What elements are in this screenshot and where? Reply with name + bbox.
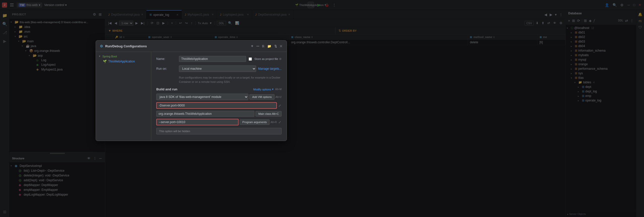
build-run-label: Build and run [156, 87, 177, 91]
modal-folder-button[interactable]: 📁 [267, 44, 272, 49]
modify-options-wrapper: Modify options ▾ Alt+M [253, 88, 282, 91]
modal-sidebar-app-item[interactable]: 🌱 ThisWebApplication [96, 59, 151, 64]
modal-title: Run/Debug Configurations [105, 44, 147, 48]
modal-copy-button[interactable]: ⎘ [261, 44, 265, 49]
modal-form-content: Name: Store as project file ⚙ Run on: Lo… [151, 52, 287, 141]
vm-options-input[interactable] [156, 102, 277, 109]
modal-sidebar-springboot-section[interactable]: Spring Boot [96, 54, 151, 59]
build-run-header: Build and run Modify options ▾ Alt+M [156, 87, 282, 91]
modal-body: Spring Boot 🌱 ThisWebApplication Name: S… [96, 52, 287, 141]
modal-close-button[interactable]: ✕ [279, 44, 283, 49]
vm-options-expand-btn[interactable]: ⤢ [278, 103, 282, 108]
modal-add-button[interactable]: + [250, 43, 254, 49]
modal-header-actions: + ─ ⎘ 📁 ⇅ ✕ [250, 43, 283, 49]
modal-title-wrapper: ⚙ Run/Debug Configurations [100, 44, 147, 48]
form-run-on-wrapper: Local machine Manage targets... [179, 65, 282, 72]
form-run-on-select[interactable]: Local machine [179, 65, 256, 72]
form-row-vm-options: ⤢ [156, 102, 282, 109]
note-text: This option will be hidden [159, 130, 190, 133]
main-class-input[interactable] [156, 111, 254, 117]
note-bar: This option will be hidden [156, 128, 282, 134]
modal-sidebar: Spring Boot 🌱 ThisWebApplication [96, 52, 151, 141]
form-name-label: Name: [156, 57, 176, 61]
program-args-shortcut: Alt+R [271, 121, 277, 124]
run-on-description: Run configurations may be executed local… [156, 76, 282, 84]
program-args-btn-label: Program arguments [242, 121, 267, 124]
jdk-field-wrapper: java 8 SDK of 'tlias-web-management' mod… [156, 94, 282, 100]
main-class-btn[interactable]: Main class Alt+C [255, 111, 282, 117]
program-args-btn[interactable]: Program arguments [240, 119, 270, 125]
form-store-label: Store as project file [254, 57, 278, 60]
form-name-input[interactable] [179, 56, 246, 62]
form-row-program-args: Program arguments Alt+R ⤢ [156, 119, 282, 125]
modify-options-chevron: ▾ [272, 88, 274, 91]
program-args-expand-btn[interactable]: ⤢ [278, 120, 282, 125]
form-store-icon: ⚙ [279, 57, 282, 61]
program-args-input[interactable] [156, 119, 239, 125]
form-row-main-class: Main class Alt+C [156, 111, 282, 117]
vm-options-btn-label: Add VM options [252, 95, 272, 98]
vm-options-btn[interactable]: Add VM options [249, 94, 275, 100]
modify-options-shortcut: Alt+M [275, 88, 282, 91]
form-row-run-on: Run on: Local machine Manage targets... [156, 65, 282, 72]
modal-remove-button[interactable]: ─ [256, 43, 260, 49]
modal-sidebar-springboot-label: Spring Boot [102, 55, 117, 58]
main-class-field-wrapper: Main class Alt+C [156, 111, 282, 117]
program-args-field-wrapper: Program arguments Alt+R ⤢ [156, 119, 282, 125]
main-class-btn-label: Main class Alt+C [258, 112, 279, 115]
modal-sort-button[interactable]: ⇅ [274, 44, 278, 49]
modify-options-button[interactable]: Modify options ▾ [253, 88, 274, 91]
modal-overlay: ⚙ Run/Debug Configurations + ─ ⎘ 📁 ⇅ ✕ S… [0, 0, 644, 217]
modify-options-label: Modify options [253, 88, 271, 91]
modal-settings-icon: ⚙ [100, 44, 103, 48]
form-run-on-label: Run on: [156, 67, 176, 70]
modal-sidebar-app-label: ThisWebApplication [108, 60, 135, 63]
run-debug-modal: ⚙ Run/Debug Configurations + ─ ⎘ 📁 ⇅ ✕ S… [96, 40, 287, 141]
form-store-checkbox-label: Store as project file ⚙ [249, 57, 282, 61]
form-row-jdk: java 8 SDK of 'tlias-web-management' mod… [156, 94, 282, 100]
modal-sidebar-app-icon: 🌱 [103, 60, 107, 63]
vm-options-shortcut: Alt+V [276, 96, 282, 98]
modal-title-bar: ⚙ Run/Debug Configurations + ─ ⎘ 📁 ⇅ ✕ [96, 41, 287, 52]
form-row-name: Name: Store as project file ⚙ [156, 56, 282, 62]
form-store-checkbox[interactable] [249, 57, 252, 61]
manage-targets-button[interactable]: Manage targets... [258, 67, 282, 70]
vm-options-field-wrapper: ⤢ [156, 102, 282, 109]
jdk-select[interactable]: java 8 SDK of 'tlias-web-management' mod… [156, 94, 248, 100]
